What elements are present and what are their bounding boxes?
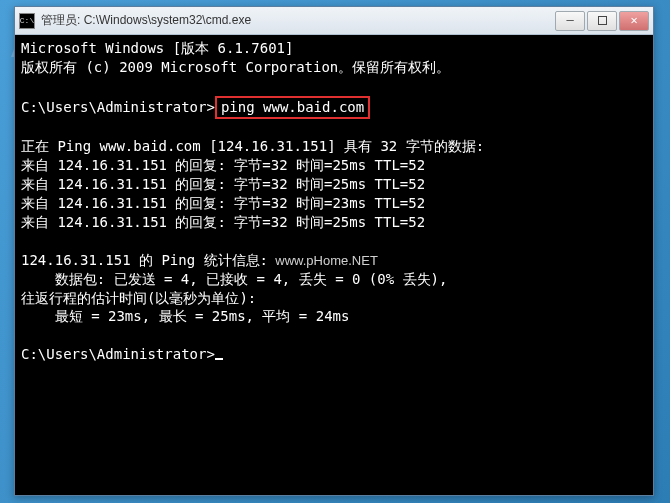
window-title: 管理员: C:\Windows\system32\cmd.exe [41, 12, 555, 29]
command-highlight: ping www.baid.com [215, 96, 370, 119]
blank-line [21, 232, 647, 251]
titlebar[interactable]: C:\ 管理员: C:\Windows\system32\cmd.exe ─ ✕ [15, 7, 653, 35]
console-area[interactable]: Microsoft Windows [版本 6.1.7601] 版权所有 (c)… [15, 35, 653, 495]
ping-reply: 来自 124.16.31.151 的回复: 字节=32 时间=23ms TTL=… [21, 194, 647, 213]
maximize-icon [598, 16, 607, 25]
window-controls: ─ ✕ [555, 11, 649, 31]
ping-reply: 来自 124.16.31.151 的回复: 字节=32 时间=25ms TTL=… [21, 213, 647, 232]
copyright-line: 版权所有 (c) 2009 Microsoft Corporation。保留所有… [21, 58, 647, 77]
copyright-b: 保留所有权利。 [352, 59, 450, 75]
stats-rt-values: 最短 = 23ms, 最长 = 25ms, 平均 = 24ms [21, 307, 647, 326]
ping-header: 正在 Ping www.baid.com [124.16.31.151] 具有 … [21, 137, 647, 156]
prompt-path: C:\Users\Administrator> [21, 99, 215, 115]
inline-watermark: www.pHome.NET [268, 253, 378, 268]
stats-header-text: 124.16.31.151 的 Ping 统计信息: [21, 252, 268, 268]
copyright-a: 版权所有 (c) 2009 Microsoft Corporation。 [21, 59, 352, 75]
prompt-line-1: C:\Users\Administrator>ping www.baid.com [21, 96, 647, 119]
cmd-window: C:\ 管理员: C:\Windows\system32\cmd.exe ─ ✕… [14, 6, 654, 496]
stats-header: 124.16.31.151 的 Ping 统计信息: www.pHome.NET [21, 251, 647, 270]
cursor [215, 358, 223, 360]
stats-rt-header: 往返行程的估计时间(以毫秒为单位): [21, 289, 647, 308]
stats-packets: 数据包: 已发送 = 4, 已接收 = 4, 丢失 = 0 (0% 丢失), [21, 270, 647, 289]
prompt-line-2: C:\Users\Administrator> [21, 345, 647, 364]
cmd-icon: C:\ [19, 13, 35, 29]
blank-line [21, 119, 647, 138]
minimize-icon: ─ [566, 14, 573, 28]
close-icon: ✕ [630, 13, 637, 28]
minimize-button[interactable]: ─ [555, 11, 585, 31]
maximize-button[interactable] [587, 11, 617, 31]
blank-line [21, 77, 647, 96]
blank-line [21, 326, 647, 345]
prompt-path-2: C:\Users\Administrator> [21, 346, 215, 362]
ping-reply: 来自 124.16.31.151 的回复: 字节=32 时间=25ms TTL=… [21, 156, 647, 175]
close-button[interactable]: ✕ [619, 11, 649, 31]
version-line: Microsoft Windows [版本 6.1.7601] [21, 39, 647, 58]
ping-reply: 来自 124.16.31.151 的回复: 字节=32 时间=25ms TTL=… [21, 175, 647, 194]
